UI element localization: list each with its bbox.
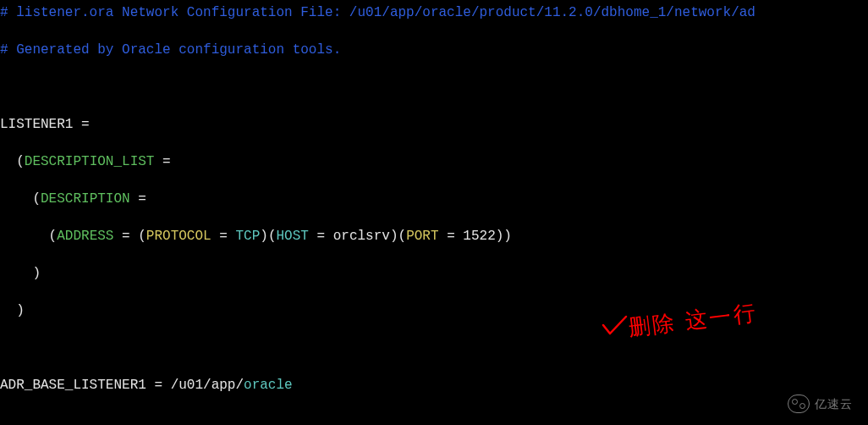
blank-line xyxy=(0,339,868,357)
close-paren: ) xyxy=(0,264,868,283)
adr-base-line: ADR_BASE_LISTENER1 = /u01/app/oracle xyxy=(0,376,868,395)
close-paren: ) xyxy=(0,301,868,320)
terminal-editor[interactable]: # listener.ora Network Configuration Fil… xyxy=(0,3,868,425)
watermark: 亿速云 xyxy=(788,395,853,413)
watermark-icon xyxy=(788,395,810,413)
comment-line: # listener.ora Network Configuration Fil… xyxy=(0,3,868,22)
annotation-checkmark xyxy=(601,313,631,339)
desc-list-open: (DESCRIPTION_LIST = xyxy=(0,152,868,171)
watermark-text: 亿速云 xyxy=(815,395,853,413)
blank-line xyxy=(0,78,868,97)
comment-line: # Generated by Oracle configuration tool… xyxy=(0,41,868,59)
blank-line xyxy=(0,413,868,425)
listener1-header: LISTENER1 = xyxy=(0,115,868,134)
address-line: (ADDRESS = (PROTOCOL = TCP)(HOST = orcls… xyxy=(0,227,868,246)
desc-open: (DESCRIPTION = xyxy=(0,190,868,208)
